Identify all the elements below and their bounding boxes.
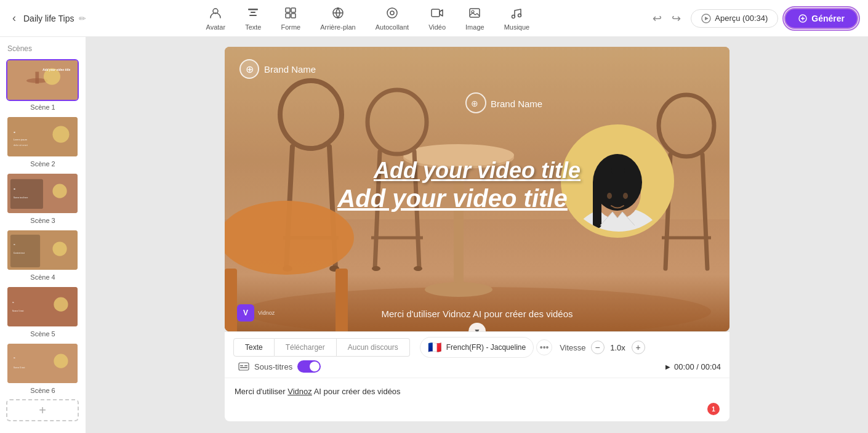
svg-point-72 xyxy=(225,201,354,275)
svg-point-16 xyxy=(518,14,521,17)
svg-point-41 xyxy=(54,297,68,312)
back-button[interactable]: ‹ xyxy=(10,9,18,27)
tab-telecharger[interactable]: Télécharger xyxy=(275,338,337,357)
svg-text:Lorem ipsum: Lorem ipsum xyxy=(14,139,27,141)
svg-rect-3 xyxy=(249,15,257,16)
svg-text:Scene text here: Scene text here xyxy=(14,196,28,199)
tool-avatar[interactable]: Avatar xyxy=(206,6,226,31)
video-title-overlay[interactable]: Add your video title xyxy=(354,158,600,184)
svg-text:❝: ❝ xyxy=(14,131,15,135)
svg-rect-6 xyxy=(286,14,290,18)
svg-text:Brand Name: Brand Name xyxy=(491,99,542,109)
scene-thumb-6[interactable]: ❝ Scene 6 text xyxy=(6,342,79,384)
scene-item-3[interactable]: ❝ Scene text here Scène 3 xyxy=(6,172,79,224)
scene-item-4[interactable]: ❝ Content text Scène 4 xyxy=(6,229,79,281)
video-icon xyxy=(430,6,444,22)
svg-point-11 xyxy=(390,11,394,15)
scene-thumb-4[interactable]: ❝ Content text xyxy=(6,229,79,271)
svg-text:Content text: Content text xyxy=(14,252,25,254)
svg-rect-7 xyxy=(291,14,295,18)
speech-text-link[interactable]: Vidnoz xyxy=(287,387,312,396)
svg-rect-1 xyxy=(248,9,258,10)
svg-rect-94 xyxy=(240,367,247,368)
svg-text:❝: ❝ xyxy=(14,357,15,360)
watermark-logo: V xyxy=(237,304,254,322)
svg-point-37 xyxy=(52,241,66,256)
scene-thumb-2[interactable]: ❝ Lorem ipsum dolor sit amet xyxy=(6,116,79,158)
musique-icon xyxy=(510,6,523,22)
svg-rect-12 xyxy=(432,9,440,17)
undo-button[interactable]: ↩ xyxy=(649,9,665,28)
scene-thumb-5[interactable]: ❝ Scene 5 text xyxy=(6,286,79,328)
video-title[interactable]: Add your video title xyxy=(374,158,581,183)
tab-texte[interactable]: Texte xyxy=(233,338,275,357)
svg-rect-22 xyxy=(35,71,39,83)
svg-point-67 xyxy=(414,266,422,271)
scene-item-1[interactable]: Add your video title Scène 1 xyxy=(6,59,79,111)
svg-point-10 xyxy=(387,8,397,18)
tool-bar: Avatar Texte Forme Arrière-plan Autocoll… xyxy=(206,6,530,31)
scene-thumb-3[interactable]: ❝ Scene text here xyxy=(6,172,79,214)
speech-text-area[interactable]: Merci d'utiliser Vidnoz AI pour créer de… xyxy=(225,378,729,421)
scene-label-3: Scène 3 xyxy=(6,217,79,224)
scene-preview-4: ❝ Content text xyxy=(7,230,78,270)
redo-button[interactable]: ↪ xyxy=(668,9,685,28)
more-options-button[interactable]: ••• xyxy=(536,339,552,355)
scene-item-2[interactable]: ❝ Lorem ipsum dolor sit amet Scène 2 xyxy=(6,116,79,168)
scene-thumb-1[interactable]: Add your video title xyxy=(6,59,79,101)
top-bar-left: ‹ Daily life Tips ✏ xyxy=(10,9,86,27)
svg-rect-81 xyxy=(611,168,625,174)
tool-forme[interactable]: Forme xyxy=(281,6,300,31)
scene-item-5[interactable]: ❝ Scene 5 text Scène 5 xyxy=(6,286,79,338)
speech-text-prefix: Merci d'utiliser xyxy=(235,387,287,396)
speed-label: Vitesse xyxy=(560,343,585,352)
tool-arriere-plan[interactable]: Arrière-plan xyxy=(320,6,355,31)
svg-text:⊕: ⊕ xyxy=(471,99,478,108)
language-selector[interactable]: 🇫🇷 French(FR) - Jacqueline xyxy=(420,337,534,358)
svg-point-32 xyxy=(52,184,66,198)
scene-item-6[interactable]: ❝ Scene 6 text Scène 6 xyxy=(6,342,79,394)
generate-button[interactable]: Générer xyxy=(784,8,858,29)
tool-video[interactable]: Vidéo xyxy=(428,6,446,31)
add-scene-button[interactable]: + xyxy=(6,399,79,421)
svg-point-26 xyxy=(52,126,69,143)
tool-image[interactable]: Image xyxy=(465,6,484,31)
subtitle-toggle[interactable] xyxy=(297,360,321,373)
brand-logo-icon: ⊕ xyxy=(246,63,254,75)
main-content: Scènes Add your video title Scène 1 xyxy=(0,37,868,433)
tool-texte[interactable]: Texte xyxy=(245,6,261,31)
tool-musique[interactable]: Musique xyxy=(504,6,530,31)
scene-thumb-inner-1: Add your video title xyxy=(7,60,78,100)
scene-label-5: Scène 5 xyxy=(6,330,79,338)
tab-aucun-discours[interactable]: Aucun discours xyxy=(337,338,410,357)
preview-button[interactable]: Aperçu (00:34) xyxy=(691,9,778,28)
svg-point-15 xyxy=(512,15,515,18)
svg-text:Scene 6 text: Scene 6 text xyxy=(14,366,25,369)
tool-autocollant[interactable]: Autocollant xyxy=(376,6,409,31)
svg-text:❝: ❝ xyxy=(14,188,15,192)
speed-decrease-button[interactable]: − xyxy=(591,341,605,354)
sidebar: Scènes Add your video title Scène 1 xyxy=(0,37,86,433)
forme-icon xyxy=(284,6,297,22)
scene-thumb-inner-2: ❝ Lorem ipsum dolor sit amet xyxy=(7,117,78,156)
brand-logo: ⊕ xyxy=(239,59,259,79)
top-bar: ‹ Daily life Tips ✏ Avatar Texte Forme xyxy=(0,0,868,37)
svg-rect-73 xyxy=(225,269,237,331)
sidebar-title: Scènes xyxy=(6,44,79,53)
scene-thumb-inner-5: ❝ Scene 5 text xyxy=(7,287,78,326)
language-flag: 🇫🇷 xyxy=(428,341,441,354)
scene-preview-2: ❝ Lorem ipsum dolor sit amet xyxy=(7,117,78,156)
svg-point-46 xyxy=(54,354,68,368)
generate-icon xyxy=(798,14,808,23)
edit-icon[interactable]: ✏ xyxy=(79,14,86,23)
autocollant-icon xyxy=(385,6,399,22)
watermark-text: Vidnoz xyxy=(258,310,275,316)
svg-rect-80 xyxy=(593,179,601,229)
scene-label-2: Scène 2 xyxy=(6,160,79,168)
svg-point-82 xyxy=(607,193,612,199)
svg-text:Add your video title: Add your video title xyxy=(42,68,70,71)
image-icon xyxy=(468,6,481,22)
speed-increase-button[interactable]: + xyxy=(632,341,645,354)
canvas-wrapper[interactable]: ⊕ Brand Name Add your video title V Vidn… xyxy=(225,47,729,331)
svg-rect-93 xyxy=(244,365,247,366)
